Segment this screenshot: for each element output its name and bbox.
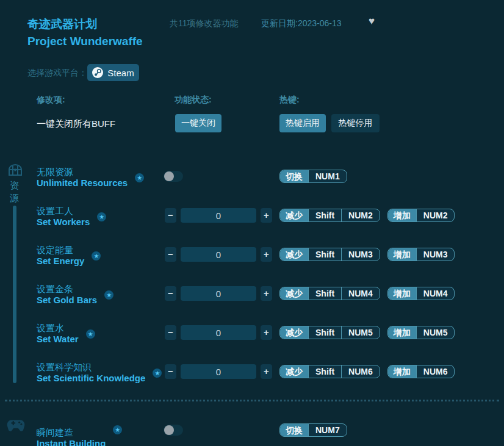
hotkey-action: 切换 <box>280 170 308 182</box>
favorite-star-icon[interactable]: ★ <box>92 251 101 261</box>
hotkey-key: NUM6 <box>416 365 455 378</box>
hotkey-key: NUM6 <box>341 365 380 378</box>
section-divider <box>5 400 499 401</box>
toggle-unlimited-resources[interactable] <box>164 171 183 182</box>
row-label-cn: 设定能量 <box>37 245 84 256</box>
hotkey-key: NUM4 <box>416 287 455 300</box>
increment-button[interactable]: + <box>261 364 272 379</box>
row-label-en: Set Energy <box>37 256 84 267</box>
hotkey-chip-decrease[interactable]: 减少 Shift NUM5 <box>279 326 380 339</box>
decrement-button[interactable]: − <box>165 247 176 262</box>
close-all-buff-button[interactable]: 一键关闭 <box>175 114 221 132</box>
hotkey-modifier: Shift <box>308 365 341 378</box>
row-label-set-water: 设置水 Set Water ★ <box>37 323 95 345</box>
hotkey-action: 增加 <box>388 365 416 378</box>
toggle-knob <box>164 425 174 435</box>
steam-platform-button[interactable]: Steam <box>87 64 139 81</box>
hotkey-chip-decrease[interactable]: 减少 Shift NUM6 <box>279 365 380 378</box>
hotkey-chip-increase[interactable]: 增加 NUM3 <box>387 248 455 261</box>
row-label-cn: 无限资源 <box>37 167 128 178</box>
hotkey-action: 切换 <box>280 424 308 436</box>
sidebar-section-resources: 资源 <box>9 179 20 204</box>
hotkey-chip-increase[interactable]: 增加 NUM5 <box>387 326 455 339</box>
increment-button[interactable]: + <box>261 286 272 301</box>
hotkey-chip-decrease[interactable]: 减少 Shift NUM4 <box>279 287 380 300</box>
hotkey-chip-toggle[interactable]: 切换 NUM1 <box>279 170 347 183</box>
column-header-status: 功能状态: <box>175 95 212 106</box>
row-label-en: Set Workers <box>37 217 90 228</box>
hotkey-key: NUM2 <box>341 209 380 221</box>
decrement-button[interactable]: − <box>165 208 176 223</box>
row-label-unlimited-resources: 无限资源 Unlimited Resources ★ <box>37 167 144 189</box>
favorite-star-icon[interactable]: ★ <box>97 212 106 221</box>
hotkey-chip-decrease[interactable]: 减少 Shift NUM3 <box>279 248 380 261</box>
hotkey-action: 增加 <box>388 209 416 221</box>
hotkey-chip-toggle[interactable]: 切换 NUM7 <box>279 423 347 437</box>
row-label-en: Set Water <box>37 334 79 345</box>
hotkey-chip-increase[interactable]: 增加 NUM4 <box>387 287 455 300</box>
feature-count: 共11项修改器功能 <box>170 18 239 29</box>
hotkey-key: NUM4 <box>341 287 380 300</box>
row-label-set-workers: 设置工人 Set Workers ★ <box>37 206 106 228</box>
increment-button[interactable]: + <box>261 247 272 262</box>
toggle-knob <box>164 171 174 181</box>
hotkey-enable-button[interactable]: 热键启用 <box>279 114 326 132</box>
hotkey-modifier: Shift <box>308 287 341 300</box>
favorite-star-icon[interactable]: ★ <box>113 425 122 434</box>
row-label-instant-building: 瞬间建造 Instant Building ★ <box>37 427 122 446</box>
toggle-instant-building[interactable] <box>164 425 183 436</box>
row-label-en: Set Scientific Knowledge <box>37 373 145 384</box>
row-label-cn: 设置科学知识 <box>37 362 145 373</box>
row-label-en: Set Gold Bars <box>37 295 97 306</box>
hotkey-disable-button[interactable]: 热键停用 <box>331 114 380 132</box>
hotkey-chip-decrease[interactable]: 减少 Shift NUM2 <box>279 209 380 222</box>
hotkey-modifier: Shift <box>308 248 341 261</box>
hotkey-action: 减少 <box>280 248 308 261</box>
favorite-star-icon[interactable]: ★ <box>104 290 113 300</box>
row-label-set-energy: 设定能量 Set Energy ★ <box>37 245 101 267</box>
hotkey-action: 增加 <box>388 326 416 339</box>
column-header-hotkey: 热键: <box>279 95 300 106</box>
hotkey-key: NUM1 <box>308 170 347 182</box>
value-input[interactable] <box>181 247 256 262</box>
hotkey-key: NUM3 <box>416 248 455 261</box>
gamepad-icon <box>7 417 25 433</box>
hotkey-key: NUM5 <box>341 326 380 339</box>
hotkey-modifier: Shift <box>308 209 341 221</box>
value-input[interactable] <box>181 208 256 223</box>
row-label-set-gold-bars: 设置金条 Set Gold Bars ★ <box>37 284 113 306</box>
decrement-button[interactable]: − <box>165 286 176 301</box>
decrement-button[interactable]: − <box>165 325 176 340</box>
row-label-en: Instant Building <box>37 438 106 446</box>
decrement-button[interactable]: − <box>165 364 176 379</box>
sidebar-section-line <box>13 206 16 383</box>
value-input[interactable] <box>181 286 256 301</box>
hotkey-chip-increase[interactable]: 增加 NUM6 <box>387 365 455 378</box>
value-input[interactable] <box>181 325 256 340</box>
update-date: 更新日期:2023-06-13 <box>261 18 342 29</box>
chest-icon <box>8 164 23 177</box>
steam-icon <box>92 67 103 78</box>
increment-button[interactable]: + <box>261 208 272 223</box>
increment-button[interactable]: + <box>261 325 272 340</box>
value-input[interactable] <box>181 364 256 379</box>
page-title-cn: 奇迹武器计划 <box>27 16 97 32</box>
page-title-en: Project Wunderwaffe <box>27 35 143 48</box>
row-label-en: Unlimited Resources <box>37 178 128 189</box>
hotkey-key: NUM3 <box>341 248 380 261</box>
heart-icon[interactable]: ♥ <box>369 16 375 26</box>
platform-label: 选择游戏平台： <box>27 68 87 79</box>
hotkey-action: 减少 <box>280 326 308 339</box>
favorite-star-icon[interactable]: ★ <box>86 329 95 339</box>
hotkey-key: NUM5 <box>416 326 455 339</box>
hotkey-modifier: Shift <box>308 326 341 339</box>
hotkey-chip-increase[interactable]: 增加 NUM2 <box>387 209 455 222</box>
favorite-star-icon[interactable]: ★ <box>153 369 162 378</box>
row-label-set-scientific-knowledge: 设置科学知识 Set Scientific Knowledge ★ <box>37 362 162 384</box>
row-label-cn: 设置金条 <box>37 284 97 295</box>
favorite-star-icon[interactable]: ★ <box>135 173 144 182</box>
hotkey-action: 增加 <box>388 287 416 300</box>
row-label-cn: 设置水 <box>37 323 79 334</box>
master-buff-label: 一键关闭所有BUFF <box>37 118 115 130</box>
row-label-cn: 设置工人 <box>37 206 90 217</box>
